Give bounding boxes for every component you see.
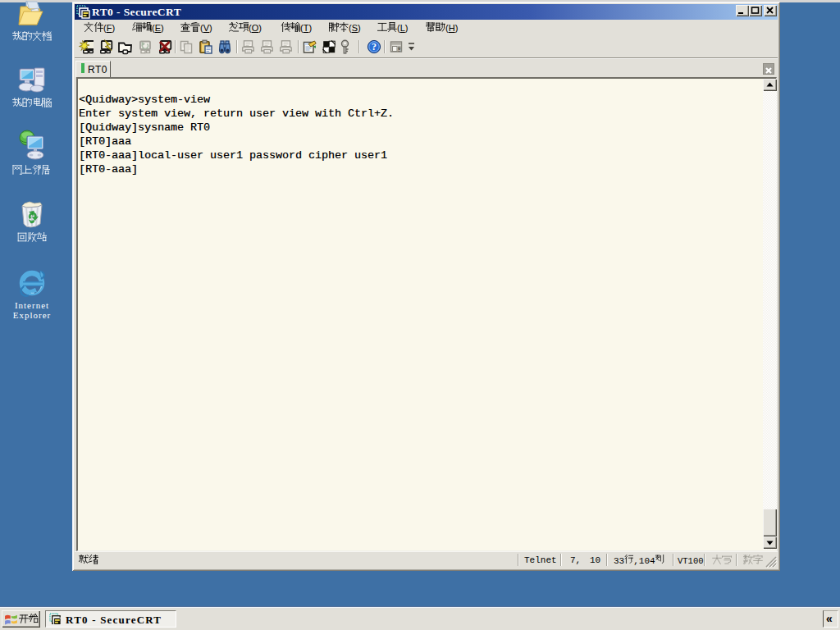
svg-text:?: ? (372, 41, 377, 52)
